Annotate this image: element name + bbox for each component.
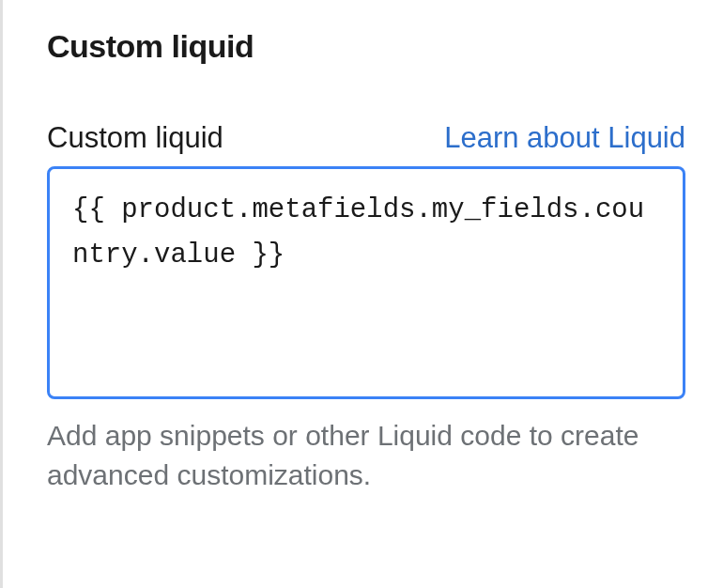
field-label: Custom liquid	[47, 121, 223, 155]
custom-liquid-panel: Custom liquid Custom liquid Learn about …	[0, 0, 723, 523]
panel-left-border	[0, 0, 3, 588]
field-label-row: Custom liquid Learn about Liquid	[47, 121, 685, 155]
custom-liquid-textarea[interactable]	[54, 173, 679, 389]
learn-about-liquid-link[interactable]: Learn about Liquid	[444, 121, 685, 155]
code-input-wrapper	[47, 166, 685, 399]
section-heading: Custom liquid	[47, 28, 685, 65]
field-help-text: Add app snippets or other Liquid code to…	[47, 416, 685, 495]
